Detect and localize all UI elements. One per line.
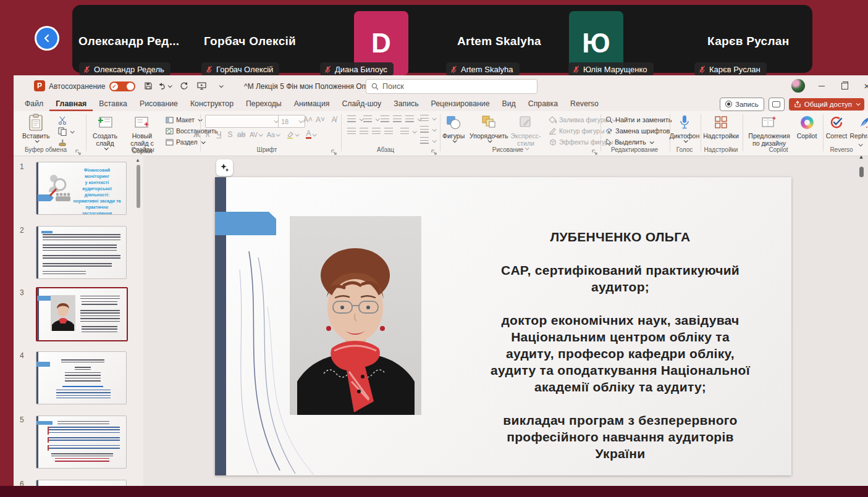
meeting-participants-strip: Олександр Ред... Олександр Редель Горбач… [72,5,812,73]
share-button[interactable]: Общий доступ [789,98,864,111]
tab-animations[interactable]: Анимация [288,97,336,111]
align-text-button[interactable] [420,126,436,133]
tab-recording[interactable]: Запись [387,97,424,111]
dictate-button[interactable]: Диктофон [670,114,699,143]
minimize-button[interactable] [812,75,831,97]
font-name-combo[interactable] [205,115,280,128]
sparkle-icon [220,163,229,172]
numbering-button[interactable] [363,115,379,123]
redo-button[interactable] [177,78,192,93]
canvas-scroll-up-icon[interactable]: ▲ [857,154,865,160]
highlight-color-button[interactable] [284,129,300,140]
increase-indent-button[interactable] [393,115,402,123]
tab-insert[interactable]: Вставка [93,97,133,111]
rephraser-button[interactable]: Rephraser [849,114,868,140]
thumb-side-bar [36,227,38,278]
slide-thumbnail-1[interactable]: Фінансовий моніторингу контекстіаудиторс… [36,162,127,215]
font-color-button[interactable]: А [303,129,319,140]
columns-button[interactable] [400,128,416,135]
bold-button[interactable]: Ж [192,129,202,140]
cut-button[interactable] [58,116,67,125]
font-size-combo[interactable]: 18 [278,115,305,128]
paste-button[interactable]: Вставить [22,114,50,143]
align-left-button[interactable] [347,128,356,135]
strikethrough-button[interactable]: ab [236,129,246,140]
more-quick-access-icon[interactable] [213,78,227,93]
panel-scroll-up-icon[interactable]: ▲ [135,157,141,162]
canvas-scrollbar-thumb[interactable] [859,167,864,177]
shapes-button[interactable]: Фигуры [442,114,465,143]
grow-font-button[interactable]: A˄ [303,114,313,125]
tab-view[interactable]: Вид [496,97,522,111]
underline-button[interactable]: Ч [214,129,224,140]
slide-thumbnail-5[interactable] [36,416,127,469]
autosave-label: Автосохранение [49,75,105,97]
new-slide-button[interactable]: Создать слайд [89,114,121,150]
arrange-button[interactable]: Упорядочить [470,114,508,143]
designer-sparkle-button[interactable] [216,159,233,176]
tab-file[interactable]: Файл [19,97,49,111]
restore-button[interactable] [835,75,854,97]
text-shadow-button[interactable]: S [225,129,235,140]
account-avatar[interactable] [791,79,805,93]
comments-button[interactable] [769,98,785,111]
tab-home[interactable]: Главная [49,97,93,111]
italic-button[interactable]: К [203,129,213,140]
slide-thumbnail-4[interactable] [36,351,127,404]
bullets-button[interactable] [347,115,363,123]
align-center-button[interactable] [360,128,368,135]
text-direction-button[interactable] [420,115,436,122]
decrease-indent-button[interactable] [381,115,389,123]
close-button[interactable]: ✕ [857,75,868,97]
tab-review[interactable]: Рецензирование [425,97,496,111]
select-button[interactable]: Выделить [605,138,653,146]
smartart-button[interactable] [420,137,436,144]
tab-help[interactable]: Справка [522,97,564,111]
align-text-icon [420,126,429,133]
text-line [80,310,120,324]
autosave-toggle[interactable]: ✓ [109,81,135,91]
save-button[interactable] [141,78,156,93]
line-spacing-button[interactable] [405,115,421,123]
correct-button[interactable]: Correct [824,114,849,140]
justify-button[interactable] [384,128,393,135]
shape-outline-button[interactable]: Контур фигуры [549,127,611,135]
collapse-strip-button[interactable] [36,28,57,49]
copilot-button[interactable]: Copilot [793,114,820,140]
slide-canvas[interactable]: ЛУБЕНЧЕНКО ОЛЬГА CAP, сертифікований пра… [215,177,791,475]
tab-reverso[interactable]: Reverso [564,97,605,111]
find-replace-button[interactable]: Найти и заменить [605,116,672,123]
align-right-button[interactable] [372,128,381,135]
layout-button[interactable]: Макет [166,116,201,123]
undo-button[interactable] [157,78,172,93]
tab-design[interactable]: Конструктор [184,97,240,111]
copy-button[interactable] [58,127,74,136]
slide-text-block[interactable]: ЛУБЕНЧЕНКО ОЛЬГА CAP, сертифікований пра… [432,228,808,478]
replace-fonts-button[interactable]: A Замена шрифтов [605,127,670,135]
search-placeholder: Поиск [382,82,404,91]
autosave-check-icon: ✓ [111,83,118,90]
slide-number: 3 [20,288,24,297]
character-spacing-button[interactable]: AV [248,129,263,140]
panel-scrollbar-thumb[interactable] [137,165,140,208]
slideshow-button[interactable] [194,78,209,93]
change-case-button[interactable]: Aa [266,129,280,140]
slide-thumbnail-2[interactable] [36,226,127,279]
clear-formatting-button[interactable]: A̸ [329,114,339,125]
shrink-font-button[interactable]: A˅ [315,114,326,125]
format-painter-button[interactable] [58,138,67,147]
tab-transitions[interactable]: Переходы [240,97,288,111]
record-button[interactable]: Запись [720,98,764,111]
slide-thumbnail-3-selected[interactable] [36,287,128,341]
design-ideas-button[interactable]: Предложения по дизайну [745,114,793,147]
quick-styles-button[interactable]: Экспресс-стили [508,114,544,150]
tab-draw[interactable]: Рисование [133,97,184,111]
search-input[interactable]: Поиск [366,79,537,94]
copilot-icon [801,114,814,131]
addins-button[interactable]: Надстройки [702,114,740,140]
portrait-photo[interactable] [290,216,421,415]
copy-icon [58,127,67,136]
tab-slideshow[interactable]: Слайд-шоу [335,97,387,111]
new-slide-icon [97,114,113,131]
collapse-ribbon-button[interactable] [857,143,862,146]
